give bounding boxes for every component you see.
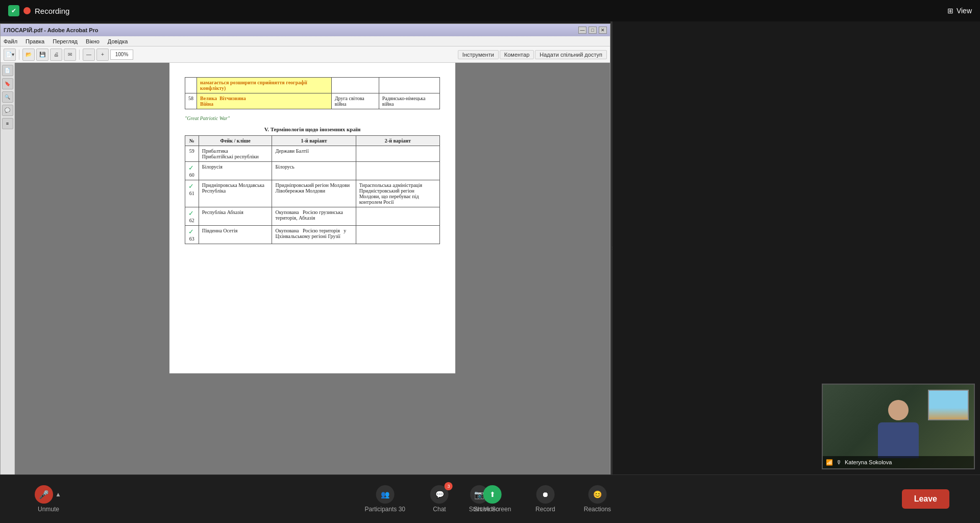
chat-label: Chat — [433, 506, 446, 513]
email-button[interactable]: ✉ — [64, 49, 76, 61]
table-row: ✓ 60 Білорусія Білорусь — [185, 162, 440, 180]
row-62-num: ✓ 62 — [185, 207, 199, 226]
share-button[interactable]: Надати спільний доступ — [535, 50, 607, 59]
row-63-fake: Південна Осетія — [199, 226, 272, 244]
mic-status-icon: 🎙 — [836, 459, 842, 465]
layer-panel-btn[interactable]: ≡ — [2, 118, 13, 129]
view-icon: ⊞ — [947, 7, 953, 15]
video-name-bar: 📶 🎙 Kateryna Sokolova — [823, 456, 974, 468]
row-59-num: 59 — [185, 146, 199, 162]
participants-control[interactable]: 👥 Participants 30 — [365, 485, 405, 513]
background-window — [928, 390, 969, 420]
recording-label: Recording — [35, 7, 69, 15]
acrobat-menubar: Файл Правка Перегляд Вікно Довідка — [1, 36, 610, 46]
reactions-label: Reactions — [584, 506, 611, 513]
table-row: 59 ПрибалтикаПрибалтійські республіки Де… — [185, 146, 440, 162]
row-59-v2 — [356, 146, 439, 162]
acrobat-window: ГЛОСАРІЙ.pdf - Adobe Acrobat Pro — □ ✕ Ф… — [0, 23, 610, 523]
record-icon: ⏺ — [536, 485, 554, 504]
highlighted-cell: намагається розширити сприйняття географ… — [197, 78, 332, 93]
row-60-num: ✓ 60 — [185, 162, 199, 180]
annot-panel-btn[interactable]: 💬 — [2, 105, 13, 116]
share-screen-label: Share Screen — [474, 506, 511, 513]
menu-file[interactable]: Файл — [4, 38, 17, 44]
row-59-v1: Держави Балтії — [272, 146, 356, 162]
view-label: View — [957, 7, 972, 15]
leave-button[interactable]: Leave — [902, 489, 949, 509]
row-59-fake: ПрибалтикаПрибалтійські республіки — [199, 146, 272, 162]
row-58-v2: Радянсько-німецька війна — [379, 93, 439, 109]
person-silhouette — [878, 400, 919, 458]
view-button[interactable]: ⊞ View — [947, 7, 972, 15]
row-63-v2 — [356, 226, 439, 244]
row-58-v1: Друга світова війна — [331, 93, 379, 109]
close-button[interactable]: ✕ — [599, 27, 607, 34]
acrobat-title: ГЛОСАРІЙ.pdf - Adobe Acrobat Pro — [4, 27, 99, 33]
unmute-label: Unmute — [38, 506, 59, 513]
row-63-v1: Окупована Росією територія у Цхінвальськ… — [272, 226, 356, 244]
unmute-icon-area: 🎤 ▲ — [35, 485, 62, 504]
reactions-control[interactable]: 😊 Reactions — [579, 485, 615, 513]
document-area[interactable]: намагається розширити сприйняття географ… — [15, 63, 610, 522]
table-row: 58 Велика ВітчизнянаВійна Друга світова … — [185, 93, 440, 109]
video-panel: 📶 🎙 Kateryna Sokolova — [612, 21, 980, 474]
top-bar: ✔ Recording ⊞ View — [0, 0, 980, 21]
great-patriotic-war-label: "Great Patriotic War" — [185, 115, 440, 121]
share-screen-control[interactable]: ⬆ Share Screen — [474, 485, 511, 513]
reactions-icon: 😊 — [588, 485, 606, 504]
minimize-button[interactable]: — — [578, 27, 586, 34]
row-58-fake: Велика ВітчизнянаВійна — [197, 93, 332, 109]
tools-button[interactable]: Інструменти — [458, 50, 499, 59]
chat-badge: 3 — [445, 482, 453, 490]
signal-icon: 📶 — [826, 459, 833, 466]
window-controls: — □ ✕ — [578, 27, 607, 34]
mic-icon: 🎤 — [35, 485, 53, 504]
document-page: намагається розширити сприйняття географ… — [169, 67, 455, 373]
print-button[interactable]: 🖨 — [50, 49, 62, 61]
menu-window[interactable]: Вікно — [86, 38, 100, 44]
participants-icon-wrap: 👥 — [376, 485, 394, 504]
create-button[interactable]: 📄▾ — [4, 49, 16, 61]
row-62-v2 — [356, 207, 439, 226]
person-head — [888, 400, 909, 420]
bottom-bar: 🎤 ▲ Unmute 📷 ▲ Start Video 👥 Participant… — [0, 474, 980, 523]
col-v2-header: 2-й варіант — [356, 136, 439, 146]
row-61-v1: Придніпровський регіон МолдовиЛівобережж… — [272, 180, 356, 207]
acrobat-toolbar: 📄▾ 📂 💾 🖨 ✉ — + 100% Інструменти Коментар… — [1, 46, 610, 63]
page-panel-btn[interactable]: 📄 — [2, 65, 13, 76]
menu-help[interactable]: Довідка — [108, 38, 128, 44]
zoom-level[interactable]: 100% — [110, 50, 133, 60]
participant-name: Kateryna Sokolova — [845, 459, 892, 465]
unmute-control[interactable]: 🎤 ▲ Unmute — [31, 485, 66, 513]
search-panel-btn[interactable]: 🔍 — [2, 91, 13, 103]
col-fake-header: Фейк / кліше — [199, 136, 272, 146]
open-button[interactable]: 📂 — [22, 49, 35, 61]
table-row: ✓ 62 Республіка Абхазія Окупована Росією… — [185, 207, 440, 226]
section-title: V. Термінологія щодо іноземних країн — [185, 126, 440, 132]
comment-button[interactable]: Коментар — [500, 50, 534, 59]
recording-dot-icon — [23, 7, 31, 14]
menu-edit[interactable]: Правка — [26, 38, 44, 44]
bookmark-panel-btn[interactable]: 🔖 — [2, 78, 13, 89]
menu-view[interactable]: Перегляд — [53, 38, 78, 44]
acrobat-titlebar: ГЛОСАРІЙ.pdf - Adobe Acrobat Pro — □ ✕ — [1, 24, 610, 36]
acrobat-main: 📄 🔖 🔍 💬 ≡ намага — [1, 63, 610, 522]
zoom-in-button[interactable]: + — [96, 49, 109, 61]
recording-indicator: ✔ Recording — [8, 5, 69, 16]
save-button[interactable]: 💾 — [36, 49, 48, 61]
zoom-out-button[interactable]: — — [83, 49, 95, 61]
participants-icon: 👥 — [376, 485, 394, 504]
row-63-num: ✓ 63 — [185, 226, 199, 244]
left-panel: 📄 🔖 🔍 💬 ≡ — [1, 63, 15, 522]
row-62-fake: Республіка Абхазія — [199, 207, 272, 226]
mic-caret-icon[interactable]: ▲ — [54, 490, 62, 499]
row-60-v1: Білорусь — [272, 162, 356, 180]
row-61-fake: Придніпровська Молдавська Республіка — [199, 180, 272, 207]
share-screen-icon: ⬆ — [483, 485, 502, 504]
restore-button[interactable]: □ — [589, 27, 597, 34]
chat-control[interactable]: 💬 3 Chat — [422, 485, 457, 513]
row-60-fake: Білорусія — [199, 162, 272, 180]
chat-icon-wrap: 💬 3 — [430, 485, 449, 504]
doc-scrollable: намагається розширити сприйняття географ… — [15, 63, 610, 522]
record-control[interactable]: ⏺ Record — [527, 485, 563, 513]
